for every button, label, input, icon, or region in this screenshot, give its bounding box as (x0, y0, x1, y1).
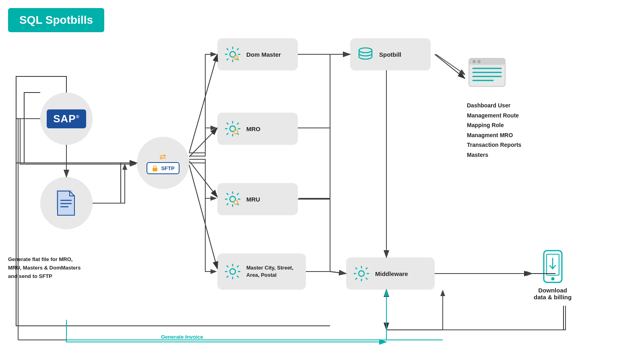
browser-node (467, 56, 507, 90)
mru-gear-icon (224, 190, 242, 208)
master-city-label: Master City, Street, Area, Postal (246, 264, 299, 279)
mro-gear-icon (224, 120, 242, 138)
sftp-inner: ⇄ SFTP (147, 152, 179, 174)
generate-invoice-label: Generate Invoice (161, 334, 203, 340)
svg-point-14 (359, 271, 364, 276)
svg-line-30 (189, 54, 217, 153)
svg-point-11 (234, 200, 238, 204)
file-node (40, 177, 93, 229)
svg-point-13 (359, 48, 372, 53)
sftp-label-box: SFTP (147, 162, 179, 174)
lock-icon (151, 165, 159, 172)
svg-line-32 (189, 161, 217, 197)
mro-node: MRO (217, 113, 298, 145)
master-city-gear-icon (224, 263, 242, 280)
dashboard-block: Dashboard User Management Route Mapping … (467, 101, 521, 160)
sap-logo: SAP® (47, 109, 86, 128)
diagram: SQL Spotbills SAP® ⇄ SFTP (0, 0, 644, 354)
svg-rect-4 (153, 168, 157, 171)
svg-point-18 (477, 60, 481, 63)
svg-line-57 (330, 272, 345, 274)
sap-node: SAP® (40, 93, 93, 145)
clean-arrows (0, 0, 644, 354)
mru-label: MRU (246, 196, 260, 203)
download-billing-block: Downloaddata & billing (534, 249, 572, 300)
flatfile-label: Generate flat file for MRO, MRU, Masters… (8, 255, 81, 280)
master-city-node: Master City, Street, Area, Postal (217, 253, 306, 290)
spotbill-node: Spotbill (350, 38, 431, 70)
dashboard-text: Dashboard User Management Route Mapping … (467, 101, 521, 160)
sftp-node: ⇄ SFTP (137, 137, 189, 189)
header-bar: SQL Spotbills (8, 8, 104, 32)
browser-icon (467, 56, 507, 88)
svg-point-25 (551, 277, 554, 280)
mro-label: MRO (246, 126, 260, 132)
svg-line-41 (330, 272, 346, 274)
file-icon (54, 189, 78, 217)
svg-point-17 (473, 60, 476, 63)
page-title: SQL Spotbills (19, 14, 93, 27)
svg-line-42 (435, 54, 465, 78)
svg-text:$: $ (235, 57, 237, 60)
svg-line-58 (436, 54, 465, 74)
sftp-text: SFTP (161, 165, 174, 171)
database-icon (357, 45, 374, 63)
dom-master-gear-icon: $ (224, 45, 242, 63)
download-label: Downloaddata & billing (534, 287, 572, 300)
dom-master-node: $ Dom Master (217, 38, 298, 70)
sftp-arrows-icon: ⇄ (159, 152, 166, 161)
phone-icon (542, 249, 564, 284)
svg-line-31 (189, 128, 217, 157)
middleware-node: Middleware (346, 257, 435, 290)
svg-point-12 (230, 269, 235, 274)
arrows-svg (0, 0, 644, 354)
middleware-gear-icon (353, 265, 370, 282)
middleware-label: Middleware (375, 270, 408, 277)
spotbill-label: Spotbill (379, 51, 401, 58)
mru-node: MRU (217, 183, 298, 215)
svg-point-9 (234, 130, 238, 134)
svg-line-33 (189, 165, 217, 269)
dom-master-label: Dom Master (246, 51, 281, 58)
